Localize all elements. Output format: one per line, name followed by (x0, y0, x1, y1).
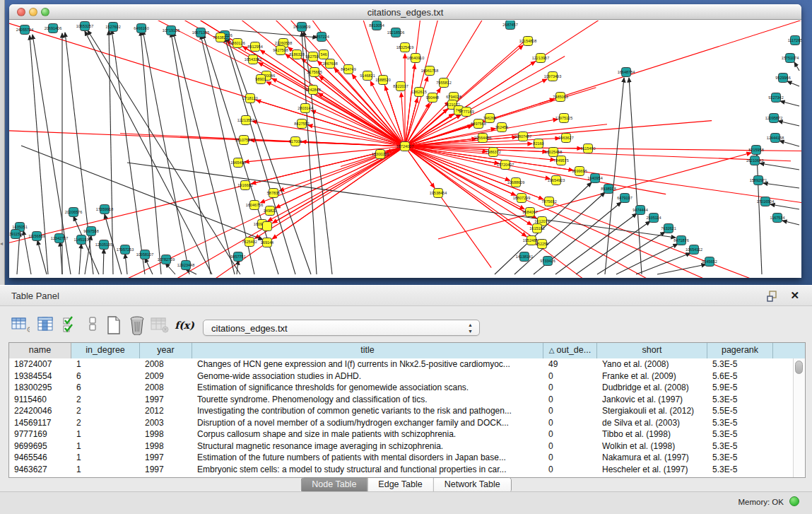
table-cell[interactable]: 5.3E-5 (707, 358, 773, 370)
graph-node[interactable]: 9327508 (305, 52, 320, 62)
graph-node[interactable]: 8813054 (369, 21, 384, 30)
select-all-button[interactable] (59, 315, 81, 335)
table-cell[interactable]: Tibbo et al. (1998) (597, 428, 707, 440)
table-row[interactable]: 977716911998Corpus callosum shape and si… (9, 428, 793, 440)
tab-edge-table[interactable]: Edge Table (367, 478, 433, 492)
column-header-name[interactable]: name (9, 343, 71, 358)
graph-node[interactable]: 12505135 (95, 240, 112, 250)
graph-node[interactable]: 12975125 (555, 114, 572, 123)
table-row[interactable]: 2242004622012Investigating the contribut… (9, 405, 793, 417)
graph-node[interactable]: 1527602 (105, 23, 120, 32)
table-cell[interactable]: Estimation of significance thresholds fo… (192, 382, 543, 394)
table-row[interactable]: 1938455462009Genome-wide association stu… (9, 370, 793, 382)
table-cell[interactable]: 1 (71, 464, 140, 476)
unselect-all-button[interactable] (82, 315, 103, 335)
table-cell[interactable]: 9465546 (9, 452, 71, 464)
graph-node[interactable]: 11156869 (28, 232, 45, 241)
graph-node[interactable]: 18807299 (513, 194, 530, 203)
table-cell[interactable]: 0 (543, 440, 597, 452)
table-cell[interactable]: 1 (71, 358, 140, 370)
graph-node[interactable]: 8471876 (673, 236, 688, 245)
column-header-short[interactable]: short (597, 343, 707, 358)
table-row[interactable]: 969969511998Structural magnetic resonanc… (9, 440, 793, 452)
graph-node[interactable]: 10719135 (163, 26, 180, 35)
table-cell[interactable]: 5.3E-5 (707, 440, 773, 452)
table-cell[interactable]: 18300295 (9, 382, 71, 394)
column-header-in_degree[interactable]: in_degree (71, 343, 140, 358)
graph-node[interactable]: 9474444 (632, 206, 647, 215)
table-cell[interactable]: Franke et al. (2009) (597, 370, 707, 382)
table-cell[interactable]: 6 (71, 382, 140, 394)
table-cell[interactable]: 5.3E-5 (707, 428, 773, 440)
graph-node[interactable]: 9227342 (768, 93, 783, 103)
graph-node[interactable]: 2687457 (502, 21, 517, 30)
graph-node[interactable]: 12213553 (237, 116, 254, 125)
graph-node[interactable]: 10688609 (507, 178, 524, 187)
close-panel-icon[interactable]: ✕ (790, 290, 799, 301)
table-cell[interactable]: 18724007 (9, 358, 71, 370)
graph-node[interactable]: 1588520 (375, 76, 390, 85)
table-cell[interactable]: 0 (543, 428, 597, 440)
graph-node[interactable]: 9733426 (540, 257, 555, 266)
graph-node[interactable] (263, 222, 272, 231)
table-selector-dropdown[interactable]: citations_edges.txt ▲▼ (203, 320, 480, 336)
column-header-pagerank[interactable]: pagerank (707, 343, 773, 358)
graph-node[interactable]: 587835 (267, 189, 280, 198)
table-cell[interactable]: 0 (543, 405, 597, 417)
graph-node[interactable]: 16033809 (293, 23, 310, 32)
tab-network-table[interactable]: Network Table (433, 478, 511, 492)
graph-node[interactable]: 18107554 (235, 136, 252, 145)
graph-node[interactable]: 8322037 (393, 82, 408, 91)
table-cell[interactable]: 5.3E-5 (707, 464, 773, 476)
create-column-button[interactable] (103, 315, 124, 335)
graph-node[interactable]: 252254 (536, 240, 548, 249)
table-cell[interactable]: 2009 (140, 370, 192, 382)
table-cell[interactable]: 1 (71, 428, 140, 440)
graph-node[interactable]: 7849575 (553, 156, 568, 165)
table-cell[interactable]: Hescheler et al. (1997) (597, 464, 707, 476)
table-cell[interactable]: 2003 (140, 417, 192, 429)
graph-node[interactable]: 9463627 (558, 134, 573, 143)
table-cell[interactable]: Dudbridge et al. (2008) (597, 382, 707, 394)
table-cell[interactable]: 0 (543, 394, 597, 406)
graph-node[interactable]: 6466160 (134, 24, 148, 33)
graph-node[interactable]: 8912954 (247, 42, 262, 52)
table-cell[interactable]: Corpus callosum shape and size in male p… (192, 428, 543, 440)
table-cell[interactable]: 0 (543, 382, 597, 394)
table-row[interactable]: 1872400712008Changes of HCN gene express… (9, 358, 793, 370)
network-canvas[interactable]: 1872400724055724206914061065325715276026… (9, 21, 801, 278)
graph-node[interactable]: 546 (319, 50, 329, 59)
table-cell[interactable]: 49 (543, 358, 597, 370)
splitter-collapse-icon[interactable]: ◂ (0, 241, 3, 247)
table-cell[interactable]: 2 (71, 417, 140, 429)
table-cell[interactable]: 1997 (140, 394, 192, 406)
table-cell[interactable]: Investigating the contribution of common… (192, 405, 543, 417)
table-cell[interactable]: 9115460 (9, 394, 71, 406)
select-columns-button[interactable] (35, 315, 56, 335)
table-cell[interactable]: Changes of HCN gene expression and I(f) … (192, 358, 543, 370)
table-cell[interactable]: 2 (71, 394, 140, 406)
graph-node[interactable]: 16671355 (192, 28, 209, 37)
table-cell[interactable]: de Silva et al. (2003) (597, 417, 707, 429)
graph-node[interactable]: 10654112 (686, 245, 702, 255)
graph-node[interactable]: 2718120 (242, 94, 257, 103)
graph-node[interactable]: 1640954 (587, 174, 602, 183)
graph-node[interactable]: 990448 (426, 93, 439, 103)
graph-node[interactable]: 9699695 (572, 167, 587, 176)
table-cell[interactable]: Jankovic et al. (1997) (597, 394, 707, 406)
table-cell[interactable]: 5.9E-5 (707, 382, 773, 394)
delete-table-button[interactable] (149, 315, 170, 335)
table-cell[interactable]: Wolkin et al. (1998) (597, 440, 707, 452)
graph-node[interactable]: 7625402 (242, 238, 257, 247)
table-cell[interactable]: 1997 (140, 464, 192, 476)
graph-node[interactable]: 15751074 (782, 54, 799, 63)
column-settings-button[interactable]: ⚙ (10, 315, 31, 335)
graph-node[interactable]: 1965498 (230, 158, 245, 168)
table-cell[interactable]: Genome-wide association studies in ADHD. (192, 370, 543, 382)
table-cell[interactable]: Embryonic stem cells: a model to study s… (192, 464, 543, 476)
float-panel-icon[interactable] (767, 291, 778, 302)
graph-node[interactable]: 8186328 (289, 50, 304, 59)
graph-node[interactable]: 1362615 (411, 88, 426, 97)
table-cell[interactable]: Disruption of a novel member of a sodium… (192, 417, 543, 429)
table-cell[interactable]: 1998 (140, 440, 192, 452)
